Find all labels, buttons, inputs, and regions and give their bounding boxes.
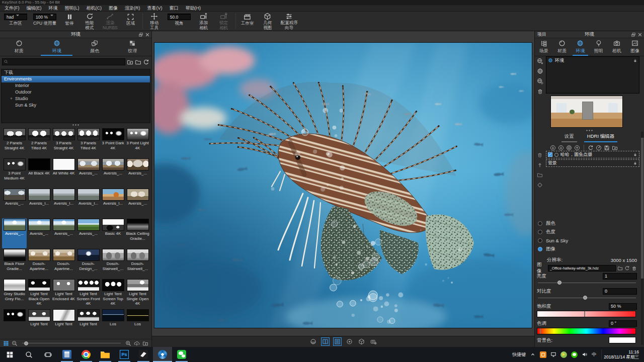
wechat-tray-icon[interactable]	[571, 351, 578, 358]
environment-thumbnail[interactable]: Dosch-Apartme...	[27, 248, 51, 279]
export-hdri-icon[interactable]	[612, 145, 618, 151]
menu-item-5[interactable]: 图像	[105, 5, 121, 11]
folder-import-icon[interactable]	[142, 340, 148, 346]
environment-thumbnail[interactable]: Aversis_l...	[101, 188, 125, 218]
environment-thumbnail[interactable]: Grey Studio Grey Flo...	[2, 279, 27, 309]
configurator-wizard-button[interactable]: 配置程序 向导	[278, 12, 301, 31]
contrast-input[interactable]	[603, 288, 637, 295]
geometry-view-button[interactable]: 几何 视图	[258, 12, 278, 31]
add-light-pin-icon[interactable]	[550, 145, 556, 151]
environment-thumbnail[interactable]: 2 Panels Tilted 4K	[27, 128, 51, 158]
performance-mode-button[interactable]: 性能 模式	[79, 12, 100, 31]
environment-thumbnail[interactable]: Light Tent Screen Top 4K	[101, 279, 125, 309]
brightness-slider[interactable]	[538, 281, 636, 285]
environment-type-0[interactable]: 颜色	[538, 219, 638, 228]
environment-thumbnail[interactable]: All White 4K	[51, 158, 76, 188]
pin-up-icon[interactable]	[574, 145, 580, 151]
lock-icon[interactable]	[633, 152, 637, 157]
project-tab-1[interactable]: 材质	[553, 38, 571, 56]
environment-type-1[interactable]: 色度	[538, 228, 638, 236]
radio-icon[interactable]	[538, 238, 542, 243]
taskbar-explorer-button[interactable]	[96, 347, 115, 362]
library-tab-1[interactable]: 环境	[38, 38, 75, 56]
layer-visible-checkbox[interactable]: ✓	[548, 152, 552, 157]
viewport-toggle-material-ball[interactable]	[309, 337, 317, 346]
taskbar-calculator-button[interactable]	[57, 347, 76, 362]
folder-icon[interactable]	[537, 172, 543, 178]
radio-icon[interactable]	[538, 247, 542, 251]
undock-icon[interactable]	[138, 32, 143, 37]
project-tab-4[interactable]: 相机	[608, 38, 626, 56]
environment-thumbnail[interactable]: Light Tent	[27, 309, 51, 329]
render-view-lionfish-scene[interactable]	[154, 43, 532, 328]
environment-type-3[interactable]: 图像	[538, 245, 638, 253]
environment-thumbnail[interactable]: Aversis_...	[76, 158, 101, 188]
move-layer-up-icon[interactable]	[537, 162, 543, 168]
environment-thumbnail[interactable]: Los	[125, 309, 150, 329]
environment-thumbnail[interactable]: Dosch-Design_...	[76, 248, 101, 279]
hue-input[interactable]	[609, 320, 637, 327]
environment-thumbnail[interactable]: Dosch-Apartme...	[51, 248, 76, 279]
menu-item-4[interactable]: 相机(C)	[83, 5, 106, 11]
library-tab-3[interactable]: 纹理	[114, 38, 151, 56]
delete-image-icon[interactable]	[631, 265, 637, 271]
open-file-icon[interactable]	[617, 265, 623, 271]
delete-environment-icon[interactable]	[537, 88, 543, 95]
environment-thumbnail[interactable]: Los	[101, 309, 125, 329]
taskbar-start-button[interactable]	[0, 347, 19, 362]
environment-thumbnail[interactable]: Light Tent Enclosed 4K	[51, 279, 76, 309]
environment-settings-icon[interactable]	[537, 78, 543, 84]
viewport-toggle-render-options[interactable]	[369, 337, 378, 346]
reload-image-icon[interactable]	[624, 265, 630, 271]
splitter-handle[interactable]	[72, 124, 80, 126]
tree-item-studio[interactable]: +Studio	[2, 96, 150, 102]
optimizer-ball-icon[interactable]	[560, 351, 567, 358]
taskbar-chrome-button[interactable]	[76, 347, 96, 362]
radio-icon[interactable]	[538, 221, 542, 226]
brightness-input[interactable]	[603, 273, 637, 280]
image-file-input[interactable]	[548, 265, 616, 272]
menu-item-9[interactable]: 帮助(H)	[182, 5, 205, 11]
import-folder-icon[interactable]	[135, 59, 141, 65]
environment-thumbnail[interactable]: Aversis_...	[2, 218, 27, 248]
close-icon[interactable]	[145, 32, 150, 37]
environment-thumbnail[interactable]: Aversis_l...	[51, 188, 76, 218]
add-pin-icon[interactable]	[558, 145, 564, 151]
tree-item-sun-sky[interactable]: Sun & Sky	[2, 102, 150, 109]
refresh-icon[interactable]	[143, 59, 149, 65]
environment-list-item[interactable]: 环境	[546, 57, 639, 64]
save-hdri-icon[interactable]	[604, 145, 610, 151]
workspace-value[interactable]: had	[4, 14, 27, 20]
environment-thumbnail[interactable]: Aversis_l...	[27, 188, 51, 218]
viewport-toggle-animation[interactable]	[345, 337, 354, 346]
studios-button[interactable]: 工作室	[237, 12, 258, 31]
add-environment-icon[interactable]	[537, 58, 543, 64]
viewport-toggle-project[interactable]	[333, 337, 342, 346]
environment-thumbnail[interactable]: Light Tent	[76, 309, 101, 329]
zoom-out-icon[interactable]	[12, 340, 18, 346]
environment-thumbnail[interactable]: All Black 4K	[27, 158, 51, 188]
subtab-1[interactable]: HDRI 编辑器	[584, 133, 617, 141]
environment-thumbnail[interactable]: Aversis_...	[51, 218, 76, 248]
view-angle-value[interactable]: 50.0	[168, 14, 191, 20]
workspace-button[interactable]: had工作区	[1, 12, 30, 31]
network-computer-icon[interactable]	[550, 351, 556, 357]
menu-item-8[interactable]: 窗口	[166, 5, 182, 11]
delete-layer-icon[interactable]	[537, 152, 543, 158]
taskbar-keyshot-button[interactable]	[153, 347, 172, 362]
close-icon[interactable]	[637, 32, 642, 37]
menu-item-3[interactable]: 照明(L)	[61, 5, 83, 11]
environment-thumbnail[interactable]: Black Floor Gradie...	[2, 248, 27, 279]
environment-icon[interactable]	[537, 68, 543, 74]
zoom-in-icon[interactable]	[125, 340, 131, 346]
environment-thumbnail[interactable]: Light Tent Single Open 4K	[125, 279, 150, 309]
add-folder-icon[interactable]	[127, 59, 133, 65]
project-tab-2[interactable]: 环境	[571, 38, 589, 56]
ime-indicator[interactable]: 中	[592, 351, 596, 358]
environment-thumbnail[interactable]: Aversis_...	[125, 188, 150, 218]
subtab-0[interactable]: 设置	[561, 133, 577, 141]
tray-app-icon[interactable]	[540, 351, 546, 358]
viewport-toggle-geometry-view[interactable]	[357, 337, 366, 346]
cloud-import-icon[interactable]	[134, 340, 140, 346]
undock-icon[interactable]	[631, 32, 636, 37]
